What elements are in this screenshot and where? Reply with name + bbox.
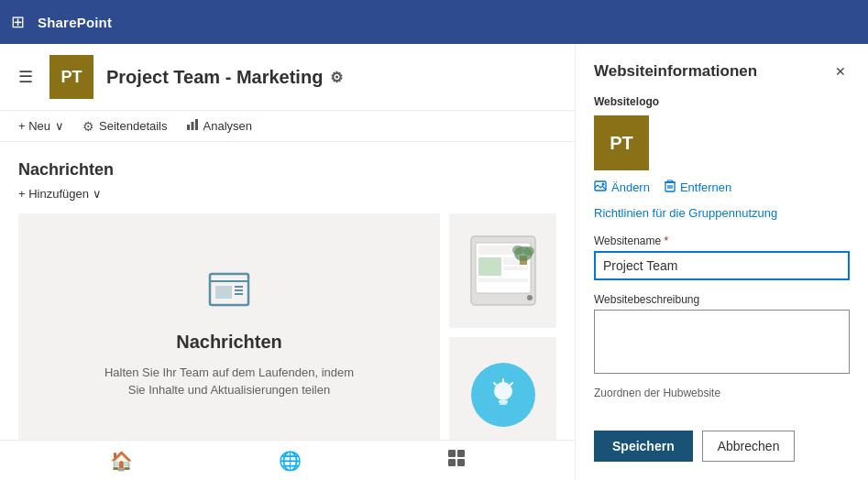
logo-preview: PT (594, 115, 649, 170)
top-nav-bar: ⊞ SharePoint (0, 0, 868, 44)
toolbar: + Neu ∨ ⚙ Seitendetails Analysen (0, 111, 575, 142)
cards-area: Nachrichten Halten Sie Ihr Team auf dem … (18, 213, 556, 440)
news-card-desc: Halten Sie Ihr Team auf dem Laufenden, i… (101, 364, 357, 399)
site-desc-label: Websitebeschreibung (594, 293, 850, 306)
hub-section-label: Zuordnen der Hubwebsite (594, 387, 850, 399)
news-card-icon (206, 267, 252, 321)
required-star: * (665, 235, 669, 247)
svg-point-19 (512, 245, 523, 255)
add-item-button[interactable]: + Hinzufügen ∨ (18, 187, 556, 201)
logo-preview-text: PT (610, 133, 633, 154)
side-card-bottom[interactable] (449, 337, 556, 440)
add-chevron-icon: ∨ (93, 187, 102, 201)
app-title: SharePoint (38, 15, 112, 30)
page-details-button[interactable]: ⚙ Seitendetails (82, 119, 167, 134)
site-desc-input[interactable] (594, 310, 850, 374)
panel-actions: Speichern Abbrechen (594, 423, 850, 462)
home-nav-icon[interactable]: 🏠 (110, 450, 133, 472)
svg-line-25 (511, 383, 512, 385)
site-name-input[interactable] (594, 251, 850, 280)
remove-logo-button[interactable]: Entfernen (665, 180, 731, 195)
remove-logo-label: Entfernen (680, 180, 731, 194)
svg-rect-29 (448, 459, 456, 466)
globe-nav-icon[interactable]: 🌐 (279, 450, 302, 472)
site-header: ☰ PT Project Team - Marketing ⚙ (0, 44, 575, 111)
side-cards (449, 213, 556, 440)
main-area: ☰ PT Project Team - Marketing ⚙ + Neu ∨ … (0, 44, 868, 480)
bottom-nav: 🏠 🌐 (0, 440, 575, 480)
save-button[interactable]: Speichern (594, 431, 693, 462)
site-settings-icon[interactable]: ⚙ (330, 69, 343, 86)
add-label: + Hinzufügen (18, 187, 89, 201)
content-area: Nachrichten + Hinzufügen ∨ (0, 142, 575, 440)
bulb-illustration (449, 337, 556, 440)
svg-rect-27 (448, 450, 456, 457)
panel-close-button[interactable]: ✕ (831, 62, 850, 81)
svg-rect-12 (478, 257, 501, 276)
svg-point-20 (523, 246, 534, 256)
panel-header: Websiteinformationen ✕ (594, 62, 850, 81)
bulb-icon (471, 363, 535, 427)
svg-rect-1 (191, 122, 193, 130)
group-policy-link[interactable]: Richtlinien für die Gruppennutzung (594, 206, 850, 220)
logo-section-label: Websitelogo (594, 95, 850, 108)
analytics-label: Analysen (203, 119, 252, 133)
logo-actions: Ändern Entfernen (594, 180, 850, 195)
svg-rect-22 (499, 400, 508, 403)
page-details-icon: ⚙ (82, 119, 94, 134)
change-logo-button[interactable]: Ändern (594, 180, 650, 195)
svg-rect-30 (457, 459, 465, 466)
new-button[interactable]: + Neu ∨ (18, 119, 64, 133)
news-card-main[interactable]: Nachrichten Halten Sie Ihr Team auf dem … (18, 213, 440, 440)
site-logo-text: PT (60, 68, 82, 87)
svg-rect-14 (503, 267, 528, 270)
site-name-label: Websitename * (594, 235, 850, 247)
remove-logo-icon (665, 180, 676, 195)
svg-rect-0 (187, 125, 190, 130)
svg-point-32 (602, 183, 605, 186)
svg-rect-38 (667, 180, 672, 182)
site-info-panel: Websiteinformationen ✕ Websitelogo PT Än… (575, 44, 868, 480)
news-card-title: Nachrichten (176, 332, 282, 353)
svg-point-16 (527, 295, 533, 300)
analytics-button[interactable]: Analysen (186, 118, 252, 134)
left-panel: ☰ PT Project Team - Marketing ⚙ + Neu ∨ … (0, 44, 575, 480)
hamburger-icon[interactable]: ☰ (18, 67, 33, 87)
site-logo: PT (49, 55, 93, 99)
grid-nav-icon[interactable] (447, 449, 466, 472)
change-logo-label: Ändern (611, 180, 650, 194)
cancel-button[interactable]: Abbrechen (702, 431, 796, 462)
change-logo-icon (594, 180, 607, 195)
page-details-label: Seitendetails (99, 119, 167, 133)
new-chevron-icon: ∨ (55, 119, 64, 133)
section-title: Nachrichten (18, 160, 556, 180)
svg-rect-15 (478, 278, 528, 282)
panel-title: Websiteinformationen (594, 62, 757, 81)
svg-line-26 (494, 383, 496, 385)
side-card-top[interactable] (449, 213, 556, 328)
site-title: Project Team - Marketing ⚙ (106, 67, 343, 88)
tablet-illustration (449, 213, 556, 328)
svg-rect-23 (500, 403, 507, 405)
new-label: + Neu (18, 119, 50, 133)
svg-rect-28 (457, 450, 465, 457)
waffle-icon[interactable]: ⊞ (11, 12, 25, 32)
analytics-icon (186, 118, 199, 134)
svg-rect-2 (195, 119, 198, 130)
svg-rect-5 (215, 286, 232, 299)
